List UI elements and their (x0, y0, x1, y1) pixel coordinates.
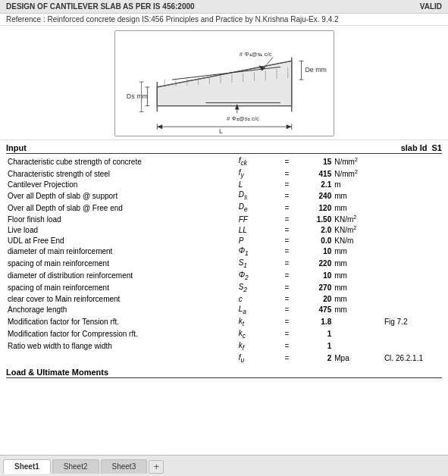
row-note (383, 294, 442, 304)
add-tab-button[interactable]: + (149, 460, 164, 474)
row-equals: = (278, 352, 295, 365)
table-row: Modification factor for Tension rft.kt=1… (6, 316, 442, 328)
input-label: Input (6, 143, 27, 152)
tab-bar: Sheet1Sheet2Sheet3 + (0, 455, 448, 476)
reference-text: Reference : Reinforced concrete design I… (6, 15, 339, 23)
row-desc: diameter of distribution reinforcement (6, 270, 237, 282)
row-value: 10 (295, 270, 333, 282)
table-row: spacing of main reinforcementS2=270mm (6, 282, 442, 294)
row-desc: Over all Depth of slab @ Free end (6, 202, 237, 214)
row-unit (333, 328, 383, 340)
table-row: Floor finish loadFF=1.50KN/m2 (6, 214, 442, 224)
table-row: spacing of main reinforcementS1=220mm (6, 258, 442, 270)
row-value: 15 (295, 155, 333, 168)
slab-id-value: S1 (432, 143, 442, 152)
row-note (383, 340, 442, 352)
row-desc (6, 352, 237, 365)
table-row: Over all Depth of slab @ supportDs=240mm (6, 189, 442, 202)
tab-sheet2[interactable]: Sheet2 (52, 459, 99, 474)
diagram-box: Ds mm De mm # Φ₁@s₁ c/c # Φ₂@s₂ c/c (114, 30, 334, 136)
row-note (383, 224, 442, 235)
row-value: 270 (295, 282, 333, 294)
row-equals: = (278, 189, 295, 202)
row-desc: spacing of main reinforcement (6, 282, 237, 294)
row-unit: mm (333, 202, 383, 214)
row-equals: = (278, 180, 295, 189)
row-desc: Live load (6, 224, 237, 235)
input-section-header: Input slab Id S1 (6, 143, 442, 154)
reference-bar: Reference : Reinforced concrete design I… (0, 14, 448, 26)
table-row: Live loadLL=2.0KN/m2 (6, 224, 442, 235)
row-unit: mm (333, 294, 383, 304)
table-row: Ratio web width to flange widthkf=1 (6, 340, 442, 352)
row-note (383, 168, 442, 180)
row-symbol: c (237, 294, 279, 304)
row-desc: Cantilever Projection (6, 180, 237, 189)
row-unit: mm (333, 282, 383, 294)
row-unit: mm (333, 189, 383, 202)
row-symbol: kc (237, 328, 279, 340)
svg-marker-22 (157, 124, 162, 129)
row-value: 2 (295, 352, 333, 365)
row-symbol: LL (237, 224, 279, 235)
tabs-container: Sheet1Sheet2Sheet3 (3, 459, 147, 474)
row-unit: N/mm2 (333, 155, 383, 168)
row-value: 20 (295, 294, 333, 304)
svg-text:# Φ₂@s₂ c/c: # Φ₂@s₂ c/c (226, 115, 258, 122)
row-symbol: fck (237, 155, 279, 168)
slab-id-row: slab Id S1 (401, 143, 442, 152)
content-area: Input slab Id S1 Characteristic cube str… (0, 140, 448, 455)
row-unit (333, 340, 383, 352)
table-row: diameter of distribution reinforcementΦ2… (6, 270, 442, 282)
main-window: DESIGN OF CANTILEVER SLAB AS PER IS 456:… (0, 0, 448, 476)
row-note (383, 328, 442, 340)
row-symbol: La (237, 304, 279, 316)
row-desc: Floor finish load (6, 214, 237, 224)
row-value: 475 (295, 304, 333, 316)
row-unit: mm (333, 258, 383, 270)
row-desc: Anchorage length (6, 304, 237, 316)
row-symbol: FF (237, 214, 279, 224)
row-equals: = (278, 340, 295, 352)
row-symbol: De (237, 202, 279, 214)
row-value: 10 (295, 246, 333, 258)
row-equals: = (278, 168, 295, 180)
row-equals: = (278, 258, 295, 270)
row-equals: = (278, 294, 295, 304)
row-note (383, 214, 442, 224)
row-note (383, 246, 442, 258)
row-unit: KN/m2 (333, 224, 383, 235)
row-note (383, 180, 442, 189)
svg-text:# Φ₁@s₁ c/c: # Φ₁@s₁ c/c (239, 51, 271, 58)
table-row: Characteristic strength of steelfy=415N/… (6, 168, 442, 180)
row-value: 1 (295, 328, 333, 340)
tab-sheet3[interactable]: Sheet3 (101, 459, 148, 474)
row-desc: UDL at Free End (6, 236, 237, 246)
row-desc: diameter of main reinforcement (6, 246, 237, 258)
row-unit: m (333, 180, 383, 189)
row-symbol: kt (237, 316, 279, 328)
row-note (383, 258, 442, 270)
row-symbol: P (237, 236, 279, 246)
row-note (383, 236, 442, 246)
row-equals: = (278, 155, 295, 168)
row-symbol: fy (237, 168, 279, 180)
table-row: Anchorage lengthLa=475mm (6, 304, 442, 316)
tab-sheet1[interactable]: Sheet1 (3, 459, 51, 474)
row-note: Cl. 26.2.1.1 (383, 352, 442, 365)
row-symbol: S2 (237, 282, 279, 294)
svg-text:Ds mm: Ds mm (126, 92, 147, 100)
row-value: 415 (295, 168, 333, 180)
row-value: 1 (295, 340, 333, 352)
row-equals: = (278, 270, 295, 282)
row-desc: Modification factor for Compression rft. (6, 328, 237, 340)
row-equals: = (278, 328, 295, 340)
svg-marker-23 (286, 124, 291, 129)
row-note (383, 282, 442, 294)
row-value: 220 (295, 258, 333, 270)
row-equals: = (278, 236, 295, 246)
svg-text:L: L (219, 127, 223, 135)
row-unit: mm (333, 246, 383, 258)
row-note (383, 270, 442, 282)
row-unit: Mpa (333, 352, 383, 365)
